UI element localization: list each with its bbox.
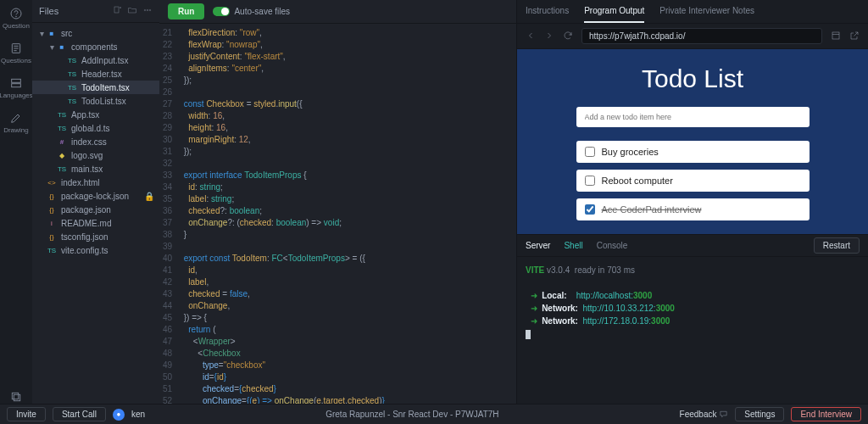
file-tree-item[interactable]: TSTodoItem.tsx	[32, 81, 159, 94]
avatar[interactable]: ●	[113, 409, 125, 421]
tab-program-output[interactable]: Program Output	[584, 0, 644, 23]
preview-todo-item[interactable]: Reboot computer	[576, 170, 810, 192]
popout-icon[interactable]	[849, 31, 860, 42]
new-file-icon[interactable]	[112, 5, 122, 17]
file-icon: TS	[46, 247, 58, 254]
file-tree-item[interactable]: #index.css	[32, 135, 159, 148]
svg-rect-7	[114, 7, 119, 13]
file-tree-item[interactable]: TSTodoList.tsx	[32, 94, 159, 108]
tab-interviewer-notes[interactable]: Private Interviewer Notes	[659, 0, 754, 23]
lock-icon: 🔒	[144, 192, 154, 201]
svg-rect-11	[832, 32, 839, 39]
file-icon: ■	[46, 30, 58, 37]
activity-question[interactable]: Question	[3, 7, 30, 30]
activity-drawing[interactable]: Drawing	[3, 111, 28, 134]
files-panel: Files ▾■src▾■componentsTSAddInput.tsxTSH…	[32, 0, 159, 404]
new-folder-icon[interactable]	[127, 5, 137, 17]
svg-rect-5	[14, 394, 19, 400]
autosave-label: Auto-save files	[234, 7, 290, 16]
svg-rect-4	[12, 84, 21, 87]
file-tree-item[interactable]: ◆logo.svg	[32, 148, 159, 162]
file-icon: TS	[56, 111, 68, 119]
activity-questions[interactable]: Questions	[1, 42, 31, 64]
console-panel: Server Shell Console Restart VITE v3.0.4…	[517, 234, 868, 404]
console-tab-shell[interactable]: Shell	[564, 241, 582, 250]
preview-title: Todo List	[642, 64, 743, 93]
files-title: Files	[39, 6, 58, 16]
file-tree-item[interactable]: <>index.html	[32, 176, 159, 189]
right-panel: Instructions Program Output Private Inte…	[516, 0, 868, 404]
preview-add-input[interactable]	[576, 107, 810, 127]
back-icon[interactable]	[526, 31, 536, 42]
preview-todo-checkbox[interactable]	[585, 204, 595, 215]
file-tree-item[interactable]: TSAddInput.tsx	[32, 53, 159, 67]
footer-bar: Invite Start Call ● ken Greta Rapunzel -…	[0, 404, 868, 424]
restart-button[interactable]: Restart	[814, 237, 860, 254]
svg-rect-6	[12, 393, 18, 399]
preview-todo-checkbox[interactable]	[585, 176, 595, 186]
file-tree-item[interactable]: TSmain.tsx	[32, 162, 159, 176]
file-icon: TS	[66, 57, 78, 64]
activity-bar: Question Questions Languages Drawing	[0, 0, 32, 404]
file-tree-item[interactable]: TSApp.tsx	[32, 108, 159, 121]
more-icon[interactable]	[142, 5, 153, 17]
start-call-button[interactable]: Start Call	[53, 407, 106, 421]
preview-todo-item[interactable]: Buy groceries	[576, 141, 810, 163]
file-icon: ■	[56, 43, 68, 51]
console-output[interactable]: VITE v3.0.4 ready in 703 ms ➜ Local: htt…	[517, 257, 868, 404]
svg-point-9	[147, 9, 148, 11]
console-tab-server[interactable]: Server	[526, 241, 550, 250]
footer-session-title: Greta Rapunzel - Snr React Dev - P7WJAT7…	[326, 410, 498, 419]
svg-point-1	[16, 16, 17, 17]
devtools-icon[interactable]	[831, 31, 841, 42]
autosave-toggle[interactable]	[213, 7, 230, 16]
file-icon: TS	[56, 125, 68, 132]
file-icon: TS	[66, 84, 78, 92]
footer-user: ken	[131, 410, 145, 419]
end-interview-button[interactable]: End Interview	[791, 407, 861, 421]
file-tree-item[interactable]: {}package.json	[32, 203, 159, 216]
file-tree-item[interactable]: TSvite.config.ts	[32, 243, 159, 257]
code-editor[interactable]: 2122232425262728293031323334353637383940…	[159, 24, 516, 404]
svg-point-10	[149, 9, 151, 11]
copy-icon[interactable]	[9, 390, 23, 404]
svg-rect-3	[12, 79, 21, 82]
file-tree: ▾■src▾■componentsTSAddInput.tsxTSHeader.…	[32, 23, 159, 404]
url-input[interactable]	[581, 28, 822, 44]
file-icon: TS	[66, 70, 78, 78]
file-icon: TS	[66, 98, 78, 105]
tab-instructions[interactable]: Instructions	[526, 0, 569, 23]
activity-languages[interactable]: Languages	[0, 76, 33, 99]
file-tree-item[interactable]: TSHeader.tsx	[32, 67, 159, 81]
forward-icon[interactable]	[544, 31, 554, 42]
file-icon: {}	[46, 206, 58, 214]
file-tree-item[interactable]: {}tsconfig.json	[32, 230, 159, 243]
file-icon: ◆	[56, 152, 68, 159]
file-tree-item[interactable]: {}package-lock.json🔒	[32, 189, 159, 203]
preview-todo-checkbox[interactable]	[585, 147, 595, 157]
app-preview: Todo List Buy groceriesReboot computerAc…	[517, 49, 868, 234]
file-tree-item[interactable]: iREADME.md	[32, 216, 159, 230]
file-tree-item[interactable]: ▾■components	[32, 40, 159, 53]
reload-icon[interactable]	[563, 31, 573, 42]
console-tab-console[interactable]: Console	[597, 241, 628, 250]
preview-todo-item[interactable]: Ace CoderPad interview	[576, 198, 810, 220]
file-icon: {}	[46, 192, 58, 200]
file-icon: i	[46, 220, 58, 227]
file-icon: TS	[56, 165, 68, 173]
file-icon: {}	[46, 233, 58, 241]
file-tree-item[interactable]: TSglobal.d.ts	[32, 121, 159, 135]
file-icon: #	[56, 138, 68, 146]
file-icon: <>	[46, 179, 58, 187]
file-tree-item[interactable]: ▾■src	[32, 26, 159, 40]
settings-button[interactable]: Settings	[735, 407, 784, 421]
invite-button[interactable]: Invite	[7, 407, 46, 421]
run-button[interactable]: Run	[168, 3, 204, 20]
editor-panel: Run Auto-save files 21222324252627282930…	[159, 0, 516, 404]
feedback-link[interactable]: Feedback	[680, 410, 729, 420]
svg-point-0	[11, 8, 21, 19]
svg-point-8	[144, 9, 146, 11]
